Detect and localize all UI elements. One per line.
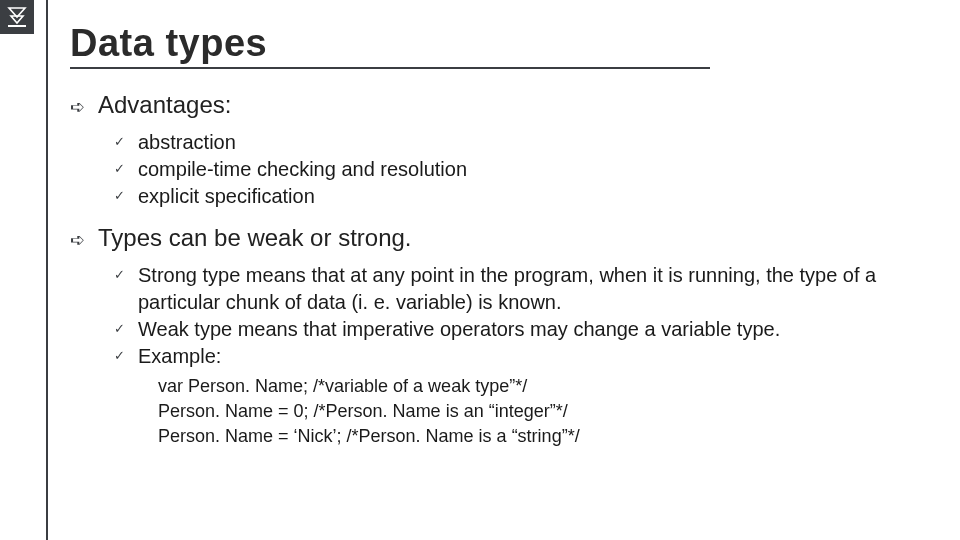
advantages-list: ✓ abstraction ✓ compile-time checking an…	[114, 129, 930, 210]
section-heading: Types can be weak or strong.	[98, 224, 412, 252]
code-example: var Person. Name; /*variable of a weak t…	[158, 374, 930, 450]
logo-badge	[0, 0, 34, 34]
list-item: ✓ explicit specification	[114, 183, 930, 210]
slide: Data types ➪ Advantages: ✓ abstraction ✓…	[0, 0, 960, 540]
triangle-logo-icon	[4, 4, 30, 30]
list-item: ✓ Example:	[114, 343, 930, 370]
check-icon: ✓	[114, 156, 128, 182]
list-item-text: Strong type means that at any point in t…	[138, 262, 930, 316]
types-list: ✓ Strong type means that at any point in…	[114, 262, 930, 370]
check-icon: ✓	[114, 129, 128, 155]
section-types: ➪ Types can be weak or strong. ✓ Strong …	[70, 224, 930, 450]
svg-rect-2	[8, 25, 26, 27]
check-icon: ✓	[114, 183, 128, 209]
check-icon: ✓	[114, 262, 128, 288]
code-line: Person. Name = 0; /*Person. Name is an “…	[158, 399, 930, 424]
content-area: Data types ➪ Advantages: ✓ abstraction ✓…	[70, 22, 930, 450]
check-icon: ✓	[114, 316, 128, 342]
code-line: Person. Name = ‘Nick’; /*Person. Name is…	[158, 424, 930, 449]
list-item: ✓ Weak type means that imperative operat…	[114, 316, 930, 343]
list-item-text: Example:	[138, 343, 221, 370]
bullet-row: ➪ Advantages:	[70, 91, 930, 123]
slide-title: Data types	[70, 22, 710, 69]
bullet-row: ➪ Types can be weak or strong.	[70, 224, 930, 256]
vertical-divider	[46, 0, 48, 540]
list-item: ✓ Strong type means that at any point in…	[114, 262, 930, 316]
section-heading: Advantages:	[98, 91, 231, 119]
pointer-icon: ➪	[70, 91, 88, 123]
code-line: var Person. Name; /*variable of a weak t…	[158, 374, 930, 399]
check-icon: ✓	[114, 343, 128, 369]
list-item-text: Weak type means that imperative operator…	[138, 316, 780, 343]
list-item: ✓ abstraction	[114, 129, 930, 156]
list-item: ✓ compile-time checking and resolution	[114, 156, 930, 183]
pointer-icon: ➪	[70, 224, 88, 256]
section-advantages: ➪ Advantages: ✓ abstraction ✓ compile-ti…	[70, 91, 930, 210]
list-item-text: abstraction	[138, 129, 236, 156]
list-item-text: compile-time checking and resolution	[138, 156, 467, 183]
list-item-text: explicit specification	[138, 183, 315, 210]
